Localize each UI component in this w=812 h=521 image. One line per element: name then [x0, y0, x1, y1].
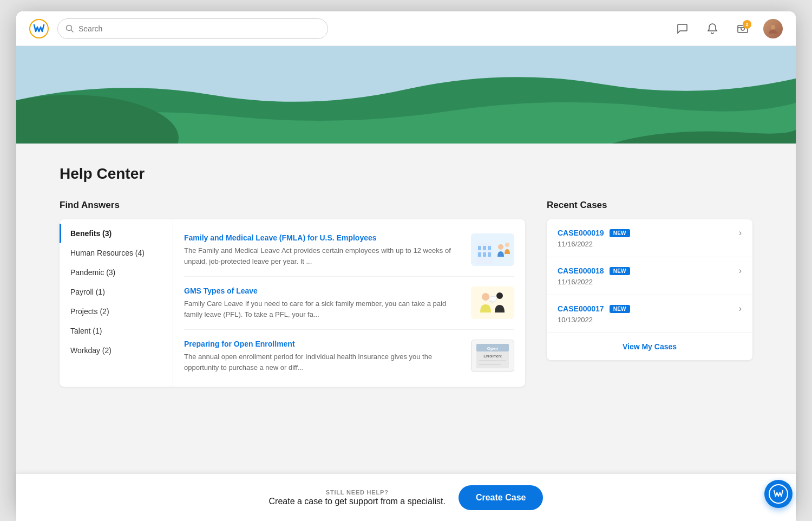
notifications-button[interactable]: [703, 19, 722, 38]
case-number-17[interactable]: CASE000017: [558, 304, 604, 313]
inbox-button[interactable]: 2: [733, 19, 752, 38]
logo-icon: [29, 19, 49, 38]
article-title-enrollment[interactable]: Preparing for Open Enrollment: [184, 340, 462, 348]
case-date-19: 11/16/2022: [558, 240, 742, 248]
svg-text:Enrollment: Enrollment: [483, 354, 502, 358]
article-thumb-enrollment: Open Enrollment: [471, 340, 514, 372]
case-item-18[interactable]: CASE000018 NEW › 11/16/2022: [547, 257, 752, 295]
category-item-projects[interactable]: Projects (2): [60, 302, 173, 321]
category-item-workday[interactable]: Workday (2): [60, 341, 173, 360]
categories-list: Benefits (3) Human Resources (4) Pandemi…: [60, 219, 173, 387]
article-excerpt-fmla: The Family and Medical Leave Act provide…: [184, 245, 462, 266]
top-nav: 2: [16, 11, 796, 46]
case-item-17[interactable]: CASE000017 NEW › 10/13/2022: [547, 295, 752, 333]
case-header-17: CASE000017 NEW ›: [558, 304, 742, 314]
article-title-gms[interactable]: GMS Types of Leave: [184, 286, 462, 295]
avatar[interactable]: [763, 19, 783, 38]
svg-line-1: [71, 30, 74, 32]
case-number-18[interactable]: CASE000018: [558, 266, 604, 275]
svg-text:...: ...: [490, 298, 493, 301]
workday-logo[interactable]: [29, 19, 49, 38]
article-item-enrollment: Preparing for Open Enrollment The annual…: [184, 330, 514, 382]
svg-text:Open: Open: [487, 346, 499, 351]
category-item-payroll[interactable]: Payroll (1): [60, 282, 173, 302]
floating-help-inner: [769, 484, 788, 504]
case-number-19[interactable]: CASE000019: [558, 229, 604, 237]
article-excerpt-gms: Family Care Leave If you need to care fo…: [184, 298, 462, 320]
case-badge-18: NEW: [610, 267, 630, 275]
svg-point-13: [498, 244, 503, 250]
view-my-cases: View My Cases: [547, 333, 752, 360]
case-date-18: 11/16/2022: [558, 278, 742, 286]
svg-rect-12: [488, 252, 491, 257]
article-text-enrollment: Preparing for Open Enrollment The annual…: [184, 340, 462, 373]
find-answers-section: Find Answers Benefits (3) Human Resource…: [60, 200, 525, 387]
footer-help-text: STILL NEED HELP? Create a case to get su…: [269, 489, 446, 506]
svg-point-15: [482, 293, 489, 301]
search-icon: [66, 24, 74, 33]
hero-banner: [16, 46, 796, 144]
footer-bar: STILL NEED HELP? Create a case to get su…: [16, 473, 796, 510]
svg-point-3: [771, 25, 775, 29]
article-item-fmla: Family and Medical Leave (FMLA) for U.S.…: [184, 224, 514, 277]
svg-point-14: [505, 243, 509, 247]
view-my-cases-link[interactable]: View My Cases: [623, 342, 677, 351]
recent-cases-section: Recent Cases CASE000019 NEW › 11/16/2022: [547, 200, 752, 387]
article-item-gms: GMS Types of Leave Family Care Leave If …: [184, 277, 514, 330]
article-thumb-fmla: [471, 233, 514, 266]
cases-card: CASE000019 NEW › 11/16/2022 CASE000018 N…: [547, 219, 752, 360]
article-text-gms: GMS Types of Leave Family Care Leave If …: [184, 286, 462, 320]
svg-rect-11: [483, 252, 486, 257]
create-case-button[interactable]: Create Case: [459, 485, 543, 510]
inbox-badge: 2: [743, 20, 751, 29]
footer-desc: Create a case to get support from a spec…: [269, 497, 446, 506]
find-answers-title: Find Answers: [60, 200, 525, 211]
recent-cases-title: Recent Cases: [547, 200, 752, 211]
svg-rect-10: [478, 252, 481, 257]
footer-label: STILL NEED HELP?: [269, 489, 446, 496]
case-date-17: 10/13/2022: [558, 316, 742, 324]
case-left-19: CASE000019 NEW: [558, 229, 630, 237]
category-item-pandemic[interactable]: Pandemic (3): [60, 263, 173, 282]
article-thumb-gms: ...: [471, 286, 514, 319]
chevron-icon-19: ›: [739, 228, 742, 238]
category-item-hr[interactable]: Human Resources (4): [60, 243, 173, 263]
nav-icons: 2: [672, 19, 783, 38]
main-content: Help Center Find Answers Benefits (3) Hu…: [16, 144, 796, 510]
messages-button[interactable]: [672, 19, 692, 38]
floating-help-button[interactable]: [764, 480, 793, 508]
article-excerpt-enrollment: The annual open enrollment period for In…: [184, 351, 462, 373]
article-text-fmla: Family and Medical Leave (FMLA) for U.S.…: [184, 233, 462, 266]
case-left-17: CASE000017 NEW: [558, 304, 630, 313]
category-item-benefits[interactable]: Benefits (3): [60, 224, 173, 243]
article-title-fmla[interactable]: Family and Medical Leave (FMLA) for U.S.…: [184, 233, 462, 242]
case-header-19: CASE000019 NEW ›: [558, 228, 742, 238]
answers-card: Benefits (3) Human Resources (4) Pandemi…: [60, 219, 525, 387]
browser-window: 2 Help Center: [16, 11, 796, 510]
content-grid: Find Answers Benefits (3) Human Resource…: [60, 200, 752, 387]
svg-rect-8: [483, 246, 486, 250]
svg-rect-9: [488, 246, 491, 250]
search-bar[interactable]: [57, 18, 328, 39]
chevron-icon-18: ›: [739, 266, 742, 276]
search-input[interactable]: [78, 24, 320, 33]
case-left-18: CASE000018 NEW: [558, 266, 630, 275]
page-title: Help Center: [60, 165, 752, 183]
svg-rect-7: [478, 246, 481, 250]
case-header-18: CASE000018 NEW ›: [558, 266, 742, 276]
chevron-icon-17: ›: [739, 304, 742, 314]
articles-list: Family and Medical Leave (FMLA) for U.S.…: [173, 219, 525, 387]
svg-point-16: [496, 292, 503, 299]
case-item-19[interactable]: CASE000019 NEW › 11/16/2022: [547, 219, 752, 257]
case-badge-19: NEW: [610, 229, 630, 237]
category-item-talent[interactable]: Talent (1): [60, 321, 173, 341]
case-badge-17: NEW: [610, 305, 630, 313]
